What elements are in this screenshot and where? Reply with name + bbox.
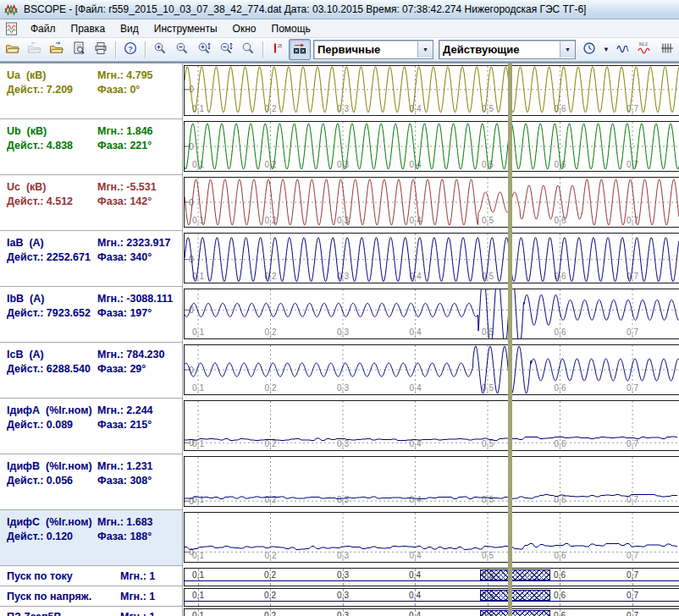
svg-text:0,2: 0,2 — [265, 327, 277, 337]
channel-info-IaB[interactable]: IaB (А)Мгн.: 2323.917Дейст.: 2252.671Фаз… — [0, 231, 182, 287]
window-title: BSCOPE - [Файл: r559_2015_10_03_07_38_42… — [24, 3, 586, 15]
menu-0[interactable]: Файл — [23, 20, 63, 37]
svg-text:0,3: 0,3 — [337, 383, 349, 393]
phase-value: Фаза: 29° — [97, 363, 146, 375]
phase-value: Фаза: 0° — [97, 84, 140, 96]
digital-info-0[interactable]: Пуск по токуМгн.: 1 — [0, 566, 182, 586]
channel-info-IдифВ[interactable]: IдифВ (%Iг.ном)Мгн.: 1.231Дейст.: 0.056Ф… — [0, 454, 182, 510]
channel-info-Ua[interactable]: Ua (кВ)Мгн.: 4.795Дейст.: 7.209Фаза: 0° — [0, 63, 182, 119]
wave-row-IдифА: 0,10,20,30,40,50,60,70 — [183, 399, 679, 454]
wave-pane-IbB[interactable]: 0,10,20,30,40,50,60,70 — [184, 289, 679, 339]
wave-row-Uc: 0,10,20,30,40,50,60,70 — [183, 175, 679, 231]
channel-name: Ua (кВ) — [7, 69, 47, 81]
svg-text:25: 25 — [278, 43, 283, 47]
menu-4[interactable]: Окно — [225, 20, 264, 37]
grid-button[interactable] — [656, 39, 678, 60]
folder-open-button[interactable] — [2, 39, 24, 60]
chevron-down-icon[interactable]: ▼ — [560, 41, 575, 58]
digital-strip-2[interactable]: 0,10,20,30,40,50,60,7 — [184, 608, 679, 616]
phase-value: Фаза: 188° — [97, 531, 152, 542]
zoom-window-button[interactable] — [237, 39, 259, 60]
oscillogram-area: Ua (кВ)Мгн.: 4.795Дейст.: 7.209Фаза: 0°U… — [0, 62, 679, 616]
printer-button[interactable] — [90, 39, 112, 60]
wave-pane-IcB[interactable]: 0,10,20,30,40,50,60,70 — [184, 344, 679, 395]
measure-button[interactable] — [289, 39, 311, 60]
phase-value: Фаза: 142° — [97, 195, 152, 207]
wave-row-IaB: 0,10,20,30,40,50,60,70 — [183, 231, 679, 287]
channel-name: IcB (А) — [7, 349, 44, 360]
menu-5[interactable]: Помощь — [264, 20, 318, 37]
svg-text:0,1: 0,1 — [192, 327, 204, 337]
phase-value: Фаза: 308° — [97, 475, 152, 487]
channel-info-Ub[interactable]: Ub (кВ)Мгн.: 1.846Дейст.: 4.838Фаза: 221… — [0, 119, 182, 175]
rms-value: Дейст.: 6288.540 — [7, 363, 91, 375]
waveform-IaB: 0,10,20,30,40,50,60,70 — [185, 234, 679, 283]
svg-text:0,2: 0,2 — [265, 495, 277, 504]
harmonics-button[interactable]: N1-2 — [634, 39, 656, 60]
svg-text:0,5: 0,5 — [482, 216, 494, 225]
menu-2[interactable]: Вид — [113, 20, 146, 37]
title-bar[interactable]: BSCOPE - [Файл: r559_2015_10_03_07_38_42… — [0, 0, 679, 19]
value-kind-combo-value: Действующие — [439, 43, 560, 56]
instant-value: Мгн.: 1.683 — [97, 516, 153, 528]
digital-info-1[interactable]: Пуск по напряж.Мгн.: 1 — [0, 586, 182, 607]
zoom-out-button[interactable] — [171, 39, 193, 60]
instant-value: Мгн.: 2.244 — [97, 404, 153, 416]
clock-icon — [582, 41, 596, 58]
document-icon[interactable] — [4, 22, 19, 36]
chevron-down-icon[interactable]: ▼ — [417, 41, 433, 58]
zoom-in-button[interactable] — [149, 39, 171, 60]
digital-strip-1[interactable]: 0,10,20,30,40,50,60,7 — [184, 588, 679, 607]
channel-info-IдифА[interactable]: IдифА (%Iг.ном)Мгн.: 2.244Дейст.: 0.089Ф… — [0, 399, 182, 454]
svg-text:0,2: 0,2 — [265, 439, 277, 448]
zoom-in-vertical-icon — [197, 41, 211, 58]
tick-label: 0,6 — [554, 570, 566, 580]
channel-info-Uc[interactable]: Uc (кВ)Мгн.: -5.531Дейст.: 4.512Фаза: 14… — [0, 175, 182, 231]
svg-text:0,4: 0,4 — [410, 327, 422, 337]
phase-value: Фаза: 340° — [97, 251, 152, 263]
wave-pane-Uc[interactable]: 0,10,20,30,40,50,60,70 — [184, 177, 679, 228]
wave-button[interactable] — [612, 39, 634, 60]
wave-pane-IдифА[interactable]: 0,10,20,30,40,50,60,70 — [184, 400, 679, 451]
menu-bar: ФайлПравкаВидИнструментыОкноПомощь — [0, 19, 679, 38]
svg-text:0,2: 0,2 — [265, 383, 277, 393]
digital-baseline — [185, 601, 679, 602]
rms-value: Дейст.: 0.056 — [7, 475, 73, 487]
svg-text:0,5: 0,5 — [482, 495, 494, 504]
digital-info-2[interactable]: ПЗ Zзап5ВМгн.: 1 — [0, 607, 182, 616]
wave-pane-IaB[interactable]: 0,10,20,30,40,50,60,70 — [184, 233, 679, 283]
channel-name: IдифВ (%Iг.ном) — [7, 460, 92, 472]
wave-pane-IдифВ[interactable]: 0,10,20,30,40,50,60,70 — [184, 456, 679, 507]
wave-pane-IдифС[interactable]: 0,10,20,30,40,50,60,70 — [184, 512, 679, 563]
signal-form-combo[interactable]: Первичные▼ — [313, 40, 433, 59]
folder-export-button[interactable] — [46, 39, 68, 60]
channel-info-IcB[interactable]: IcB (А)Мгн.: 784.230Дейст.: 6288.540Фаза… — [0, 343, 182, 399]
clock-dropdown-caret[interactable]: ▼ — [600, 46, 612, 53]
waveform-IдифВ: 0,10,20,30,40,50,60,70 — [185, 457, 679, 506]
channel-info-IbB[interactable]: IbB (А)Мгн.: -3088.111Дейст.: 7923.652Фа… — [0, 287, 182, 343]
tick-label: 0,4 — [409, 611, 421, 616]
wave-pane-Ua[interactable]: 0,10,20,30,40,50,60,70 — [184, 65, 679, 116]
menu-3[interactable]: Инструменты — [146, 20, 225, 37]
channel-info-IдифС[interactable]: IдифС (%Iг.ном)Мгн.: 1.683Дейст.: 0.120Ф… — [0, 510, 182, 566]
printer-icon — [94, 41, 108, 58]
print-preview-button[interactable] — [68, 39, 90, 60]
svg-text:0,7: 0,7 — [627, 439, 638, 448]
channel-name: IbB (А) — [7, 293, 44, 305]
zoom-out-vertical-button[interactable] — [215, 39, 237, 60]
menu-1[interactable]: Правка — [63, 20, 113, 37]
waveform-Uc: 0,10,20,30,40,50,60,70 — [185, 178, 679, 227]
value-kind-combo[interactable]: Действующие▼ — [439, 40, 576, 59]
time-cursor[interactable] — [508, 63, 512, 616]
svg-text:0,3: 0,3 — [337, 551, 349, 560]
digital-active-region — [480, 610, 550, 616]
rms-value: Дейст.: 0.089 — [7, 419, 73, 431]
rms-value: Дейст.: 0.120 — [7, 531, 73, 542]
digital-strip-0[interactable]: 0,10,20,30,40,50,60,7 — [184, 568, 679, 586]
zoom-in-vertical-button[interactable] — [193, 39, 215, 60]
wave-row-IдифВ: 0,10,20,30,40,50,60,70 — [183, 454, 679, 510]
help-button[interactable]: ? — [119, 39, 141, 60]
wave-pane-Ub[interactable]: 0,10,20,30,40,50,60,70 — [184, 121, 679, 172]
cursor-samples-button[interactable]: 25 — [267, 39, 289, 60]
clock-button[interactable] — [578, 39, 600, 60]
